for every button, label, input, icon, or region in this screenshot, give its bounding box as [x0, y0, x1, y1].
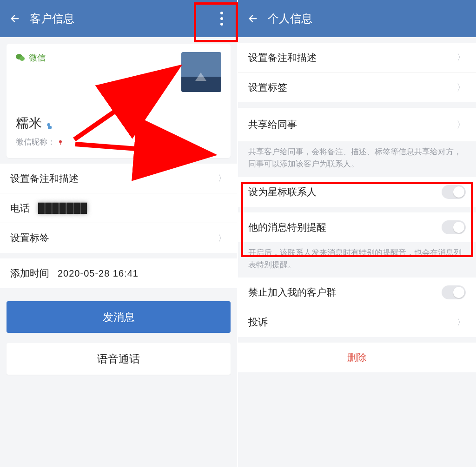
row-delete[interactable]: 删除 — [238, 343, 476, 372]
row-label: 他的消息特别提醒 — [248, 221, 326, 234]
svg-rect-1 — [48, 126, 49, 129]
customer-card: 微信 糯米 微信昵称： — [7, 44, 231, 158]
row-set-remark[interactable]: 设置备注和描述 〉 — [0, 164, 237, 193]
toggle-switch[interactable] — [442, 185, 466, 199]
share-description: 共享客户给同事，会将备注、描述、标签等信息共享给对方，同事可以添加该客户为联系人… — [238, 141, 476, 177]
row-label: 设置标签 — [10, 231, 49, 245]
row-label: 删除 — [347, 351, 367, 364]
channel-label: 微信 — [29, 52, 46, 63]
row-complain[interactable]: 投诉 〉 — [238, 307, 476, 337]
voice-call-button[interactable]: 语音通话 — [7, 343, 231, 375]
toggle-switch[interactable] — [442, 285, 466, 299]
chevron-right-icon: 〉 — [456, 81, 466, 94]
wechat-icon — [16, 53, 26, 63]
nickname-label: 微信昵称： — [16, 137, 55, 147]
customer-name: 糯米 — [16, 114, 42, 132]
pin-icon — [57, 139, 64, 145]
more-menu-icon[interactable] — [206, 0, 237, 37]
right-page-title: 个人信息 — [268, 11, 312, 26]
chevron-right-icon: 〉 — [218, 172, 227, 185]
left-page-title: 客户信息 — [30, 11, 74, 26]
avatar[interactable] — [181, 52, 221, 92]
row-label: 电话 — [10, 202, 30, 215]
row-set-remark[interactable]: 设置备注和描述 〉 — [238, 43, 476, 73]
row-label: 添加时间 — [10, 267, 49, 280]
toggle-switch[interactable] — [442, 220, 466, 234]
row-label: 设为星标联系人 — [248, 185, 317, 198]
chevron-right-icon: 〉 — [218, 232, 227, 245]
gender-male-icon — [46, 119, 55, 128]
row-add-time: 添加时间 2020-05-28 16:41 — [0, 258, 237, 288]
svg-point-2 — [59, 140, 62, 143]
right-topbar: 个人信息 — [238, 0, 476, 37]
button-label: 发消息 — [103, 310, 135, 324]
row-label: 设置标签 — [248, 81, 287, 94]
back-icon[interactable] — [8, 12, 21, 25]
row-share-colleague[interactable]: 共享给同事 〉 — [238, 108, 476, 141]
row-set-tags[interactable]: 设置标签 〉 — [238, 73, 476, 102]
special-description: 开启后，该联系人发来消息时有特别的提醒音，也会在消息列表特别提醒。 — [238, 242, 476, 278]
row-special-alert[interactable]: 他的消息特别提醒 — [238, 212, 476, 242]
row-label: 禁止加入我的客户群 — [248, 286, 336, 299]
row-phone[interactable]: 电话 ███████ — [0, 193, 237, 223]
chevron-right-icon: 〉 — [456, 119, 466, 131]
button-label: 语音通话 — [97, 352, 140, 366]
row-set-tags[interactable]: 设置标签 〉 — [0, 223, 237, 253]
chevron-right-icon: 〉 — [456, 51, 466, 64]
chevron-right-icon: 〉 — [456, 316, 466, 329]
phone-value: ███████ — [38, 203, 87, 213]
svg-rect-3 — [60, 143, 60, 145]
svg-point-0 — [47, 123, 50, 126]
row-label: 投诉 — [248, 316, 268, 329]
row-star-contact[interactable]: 设为星标联系人 — [238, 177, 476, 207]
row-label: 设置备注和描述 — [248, 51, 317, 64]
back-icon[interactable] — [246, 12, 259, 25]
row-label: 设置备注和描述 — [10, 172, 79, 185]
row-block-group[interactable]: 禁止加入我的客户群 — [238, 278, 476, 307]
send-message-button[interactable]: 发消息 — [7, 301, 231, 333]
left-topbar: 客户信息 — [0, 0, 237, 37]
row-label: 共享给同事 — [248, 118, 297, 131]
add-time-value: 2020-05-28 16:41 — [58, 268, 139, 279]
